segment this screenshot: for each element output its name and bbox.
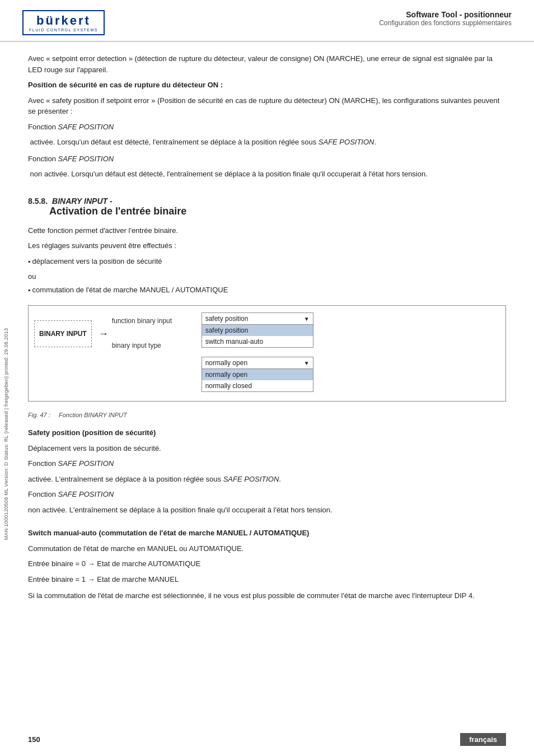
dropdown-binary-type-option-closed[interactable]: normally closed bbox=[202, 380, 313, 391]
binary-type-label: binary input type bbox=[112, 342, 202, 349]
fig-caption-text: Fonction BINARY INPUT bbox=[59, 412, 127, 418]
fig-caption: Fig. 47 : Fonction BINARY INPUT bbox=[28, 412, 506, 418]
bullet1: déplacement vers la position de sécurité bbox=[28, 256, 506, 267]
language-badge: français bbox=[460, 733, 506, 746]
header-title: Software Tool - positionneur bbox=[379, 10, 512, 19]
safe-pos-text1: activée. Lorsqu'un défaut est détecté, l… bbox=[28, 137, 506, 148]
footer: 150 français bbox=[0, 733, 534, 746]
safety-para1: Avec « safety position if setpoint error… bbox=[28, 95, 506, 117]
safe-fn-label1: Fonction SAFE POSITION bbox=[28, 458, 506, 469]
diagram-left-col: BINARY INPUT → bbox=[34, 312, 112, 347]
dropdown-function-options: safety position switch manual-auto bbox=[202, 325, 313, 348]
binary-input-box: BINARY INPUT bbox=[34, 320, 92, 347]
diagram-container: BINARY INPUT → function binary input bin… bbox=[28, 305, 506, 402]
body2: Les réglages suivants peuvent être effec… bbox=[28, 240, 506, 251]
safe-pos-label2: Fonction SAFE POSITION bbox=[28, 153, 506, 165]
logo-name: bürkert bbox=[36, 13, 91, 28]
safe-fn-text2: non activée. L'entraînement se déplace à… bbox=[28, 505, 506, 516]
safe-fn-block2: Fonction SAFE POSITION non activée. L'en… bbox=[28, 489, 506, 515]
section-title-main: Activation de l'entrée binaire bbox=[49, 206, 506, 217]
fig-caption-num: Fig. 47 : bbox=[28, 412, 50, 418]
section-num: 8.5.8. bbox=[28, 197, 48, 206]
safety-heading: Position de sécurité en cas de rupture d… bbox=[28, 80, 506, 91]
safety-pos-para: Déplacement vers la position de sécurité… bbox=[28, 443, 506, 454]
sidebar-rotated-text: MAN 1000120508 ML Version: D Status: RL … bbox=[3, 328, 9, 540]
safe-pos-block1: Fonction SAFE POSITION activée. Lorsqu'u… bbox=[28, 122, 506, 148]
safe-pos-label1: Fonction SAFE POSITION bbox=[28, 122, 506, 133]
binary-input-label: BINARY INPUT bbox=[39, 330, 87, 338]
intro-para1: Avec « setpoint error detection » (détec… bbox=[28, 53, 506, 75]
safe-pos-block2: Fonction SAFE POSITION non activée. Lors… bbox=[28, 153, 506, 180]
dropdown-function-header[interactable]: safety position ▼ bbox=[202, 312, 313, 325]
body1: Cette fonction permet d'activer l'entrée… bbox=[28, 225, 506, 236]
switch-heading: Switch manual-auto (commutation de l'éta… bbox=[28, 528, 506, 539]
arrow-right-icon: → bbox=[99, 328, 109, 340]
header: bürkert FLUID CONTROL SYSTEMS Software T… bbox=[0, 0, 534, 42]
function-label: function binary input bbox=[112, 317, 202, 325]
switch-para: Commutation de l'état de marche en MANUE… bbox=[28, 543, 506, 554]
safe-fn-label2: Fonction SAFE POSITION bbox=[28, 489, 506, 500]
dropdown-function-option-safety[interactable]: safety position bbox=[202, 325, 313, 336]
sidebar-rotated-text-container: MAN 1000120508 ML Version: D Status: RL … bbox=[0, 112, 12, 756]
safety-pos-heading: Safety position (position de sécurité) bbox=[28, 427, 506, 438]
safe-pos-label2-italic: SAFE POSITION bbox=[58, 155, 114, 163]
dropdown-function-selected: safety position bbox=[205, 315, 249, 323]
main-content: Avec « setpoint error detection » (détec… bbox=[0, 42, 534, 623]
section-title-italic: BINARY INPUT - bbox=[52, 197, 113, 206]
dropdown-function-option-switch[interactable]: switch manual-auto bbox=[202, 336, 313, 347]
dropdown-binary-type-options: normally open normally closed bbox=[202, 369, 313, 392]
logo-subtitle: FLUID CONTROL SYSTEMS bbox=[29, 28, 98, 32]
section-heading-block: 8.5.8. BINARY INPUT - Activation de l'en… bbox=[28, 197, 506, 217]
diagram-row: BINARY INPUT → function binary input bin… bbox=[34, 312, 500, 394]
dropdown-binary-type-selected: normally open bbox=[205, 359, 247, 367]
section-heading-row1: 8.5.8. BINARY INPUT - bbox=[28, 197, 506, 206]
dropdown-function[interactable]: safety position ▼ safety position switch… bbox=[202, 312, 313, 348]
logo-area: bürkert FLUID CONTROL SYSTEMS bbox=[22, 10, 105, 35]
header-subtitle: Configuration des fonctions supplémentai… bbox=[379, 19, 512, 27]
safe-pos-label1-italic: SAFE POSITION bbox=[58, 123, 114, 131]
diagram-center-col: function binary input binary input type bbox=[112, 312, 202, 354]
dropdown-binary-type-header[interactable]: normally open ▼ bbox=[202, 357, 313, 369]
diagram-right-col: safety position ▼ safety position switch… bbox=[202, 312, 313, 394]
switch-line1: Entrée binaire = 0 → Etat de marche AUTO… bbox=[28, 558, 506, 570]
switch-note: Si la commutation de l'état de marche es… bbox=[28, 590, 506, 601]
safe-fn-text1: activée. L'entraînement se déplace à la … bbox=[28, 474, 506, 485]
dropdown-function-arrow-icon: ▼ bbox=[304, 316, 310, 322]
dropdown-binary-type[interactable]: normally open ▼ normally open normally c… bbox=[202, 357, 313, 392]
bullet2: commutation de l'état de marche MANUEL /… bbox=[28, 284, 506, 296]
logo-box: bürkert FLUID CONTROL SYSTEMS bbox=[22, 10, 105, 35]
safe-pos-text2: non activée. Lorsqu'un défaut est détect… bbox=[28, 169, 506, 180]
safe-fn-block1: Fonction SAFE POSITION activée. L'entraî… bbox=[28, 458, 506, 484]
dropdown-binary-type-option-open[interactable]: normally open bbox=[202, 369, 313, 380]
or-text: ou bbox=[28, 271, 506, 282]
dropdown-binary-type-arrow-icon: ▼ bbox=[304, 360, 310, 366]
page-number: 150 bbox=[28, 735, 40, 744]
header-right: Software Tool - positionneur Configurati… bbox=[379, 10, 512, 27]
switch-line2: Entrée binaire = 1 → Etat de marche MANU… bbox=[28, 574, 506, 585]
